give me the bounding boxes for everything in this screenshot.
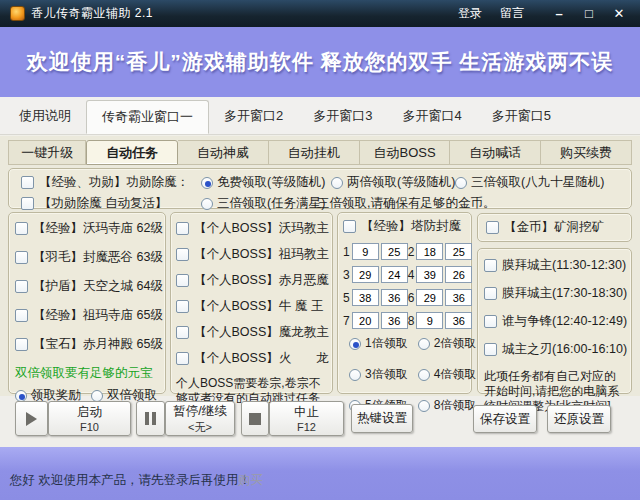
checkbox[interactable] (484, 315, 497, 328)
tower-input[interactable] (445, 312, 472, 329)
save-settings-button[interactable]: 保存设置 (473, 405, 537, 433)
radio-icon[interactable] (418, 400, 430, 412)
radio-x8[interactable]: 8倍领取 (418, 397, 477, 414)
maximize-icon[interactable]: □ (578, 6, 600, 21)
quest-item[interactable]: 【宝石】赤月神殿 65级 (15, 336, 159, 353)
daily-item[interactable]: 膜拜城主(17:30-18:30) (484, 285, 627, 302)
radio-icon[interactable] (331, 177, 343, 189)
tower-input[interactable] (381, 312, 408, 329)
start-button[interactable]: 启动 F10 (48, 401, 131, 436)
quest-item[interactable]: 【经验】祖玛寺庙 65级 (15, 307, 159, 324)
auto-revive-checkbox[interactable] (21, 197, 34, 210)
checkbox[interactable] (486, 221, 499, 234)
radio-icon[interactable] (201, 198, 213, 210)
main-tab-window4[interactable]: 多开窗口4 (387, 97, 476, 134)
main-tab-window5[interactable]: 多开窗口5 (477, 97, 566, 134)
boss-item[interactable]: 【个人BOSS】赤月恶魔 (176, 272, 327, 289)
radio-icon[interactable] (455, 177, 467, 189)
quest-item[interactable]: 【护盾】天空之城 64级 (15, 278, 159, 295)
boss-item[interactable]: 【个人BOSS】火 龙 (176, 350, 327, 367)
radio-free-claim[interactable]: 免费领取(等级随机) (201, 174, 325, 191)
restore-settings-button[interactable]: 还原设置 (547, 405, 611, 433)
sub-tab-auto-task[interactable]: 自动任务 (86, 140, 178, 165)
tower-header[interactable]: 【经验】塔防封魔 (343, 218, 467, 235)
checkbox[interactable] (176, 300, 189, 313)
radio-x2[interactable]: 2倍领取 (418, 335, 477, 352)
sub-tab-auto-shenwei[interactable]: 自动神威 (178, 140, 269, 165)
mining-box[interactable]: 【金币】矿洞挖矿 (477, 213, 632, 242)
main-tab-window2[interactable]: 多开窗口2 (209, 97, 298, 134)
tower-input[interactable] (445, 289, 472, 306)
quest-item[interactable]: 【羽毛】封魔恶谷 63级 (15, 249, 159, 266)
radio-x1[interactable]: 1倍领取 (349, 335, 408, 352)
stop-icon-button[interactable] (241, 401, 269, 436)
radio-triple-star[interactable]: 三倍领取(任务满星) (201, 195, 325, 212)
daily-item[interactable]: 谁与争锋(12:40-12:49) (484, 313, 627, 330)
tower-input[interactable] (352, 312, 379, 329)
stop-button[interactable]: 中止 F12 (269, 401, 344, 436)
login-button[interactable]: 登录 (458, 5, 482, 22)
sub-tab-auto-boss[interactable]: 自动BOSS (360, 140, 451, 165)
sub-tab-buy-renew[interactable]: 购买续费 (541, 140, 632, 165)
main-tab-window1[interactable]: 传奇霸业窗口一 (86, 100, 209, 134)
checkbox[interactable] (176, 274, 189, 287)
boss-item[interactable]: 【个人BOSS】牛 魔 王 (176, 298, 327, 315)
checkbox[interactable] (15, 338, 28, 351)
boss-item[interactable]: 【个人BOSS】沃玛教主 (176, 220, 327, 237)
sub-tab-auto-shout[interactable]: 自动喊话 (450, 140, 541, 165)
message-button[interactable]: 留言 (500, 5, 524, 22)
main-tab-instructions[interactable]: 使用说明 (4, 97, 86, 134)
sub-tab-auto-hangup[interactable]: 自动挂机 (269, 140, 360, 165)
checkbox[interactable] (343, 220, 356, 233)
daily-item[interactable]: 城主之刃(16:00-16:10) (484, 341, 627, 358)
tower-input[interactable] (381, 289, 408, 306)
tower-input[interactable] (416, 289, 443, 306)
quest-item[interactable]: 【经验】沃玛寺庙 62级 (15, 220, 159, 237)
checkbox[interactable] (484, 343, 497, 356)
pause-icon-button[interactable] (136, 401, 165, 436)
checkbox[interactable] (15, 309, 28, 322)
radio-icon[interactable] (418, 369, 430, 381)
radio-icon[interactable] (349, 338, 361, 350)
sub-tab-onekey-upgrade[interactable]: 一键升级 (8, 140, 86, 165)
minimize-icon[interactable]: – (548, 6, 570, 21)
close-icon[interactable]: ✕ (608, 6, 630, 21)
tower-input[interactable] (445, 243, 472, 260)
checkbox[interactable] (15, 222, 28, 235)
boss-item[interactable]: 【个人BOSS】祖玛教主 (176, 246, 327, 263)
tower-input[interactable] (445, 266, 472, 283)
tower-input[interactable] (352, 266, 379, 283)
radio-x3[interactable]: 3倍领取 (349, 366, 408, 383)
radio-icon[interactable] (349, 369, 361, 381)
hotkey-settings-button[interactable]: 热键设置 (351, 404, 413, 433)
radio-double-claim[interactable]: 两倍领取(等级随机) (331, 174, 455, 191)
daily-item[interactable]: 膜拜城主(11:30-12:30) (484, 257, 627, 274)
checkbox[interactable] (176, 326, 189, 339)
checkbox[interactable] (484, 259, 497, 272)
checkbox[interactable] (484, 287, 497, 300)
boss-item[interactable]: 【个人BOSS】魔龙教主 (176, 324, 327, 341)
radio-icon[interactable] (418, 338, 430, 350)
tower-input[interactable] (352, 289, 379, 306)
radio-icon[interactable] (15, 390, 27, 402)
tower-input[interactable] (416, 266, 443, 283)
radio-icon[interactable] (91, 390, 103, 402)
radio-x4[interactable]: 4倍领取 (418, 366, 477, 383)
tower-input[interactable] (381, 266, 408, 283)
radio-triple-claim[interactable]: 三倍领取(八九十星随机) (455, 174, 604, 191)
tower-input[interactable] (416, 312, 443, 329)
main-tab-window3[interactable]: 多开窗口3 (298, 97, 387, 134)
merit-demon-checkbox[interactable] (21, 176, 34, 189)
start-icon-button[interactable] (15, 401, 48, 436)
checkbox[interactable] (176, 222, 189, 235)
tower-input[interactable] (352, 243, 379, 260)
checkbox[interactable] (15, 280, 28, 293)
tower-input[interactable] (381, 243, 408, 260)
buy-link[interactable]: 购买 (238, 472, 263, 489)
checkbox[interactable] (176, 248, 189, 261)
tower-input[interactable] (416, 243, 443, 260)
checkbox[interactable] (176, 352, 189, 365)
pause-resume-button[interactable]: 暂停/继续 <无> (165, 401, 235, 436)
radio-icon[interactable] (201, 177, 213, 189)
checkbox[interactable] (15, 251, 28, 264)
